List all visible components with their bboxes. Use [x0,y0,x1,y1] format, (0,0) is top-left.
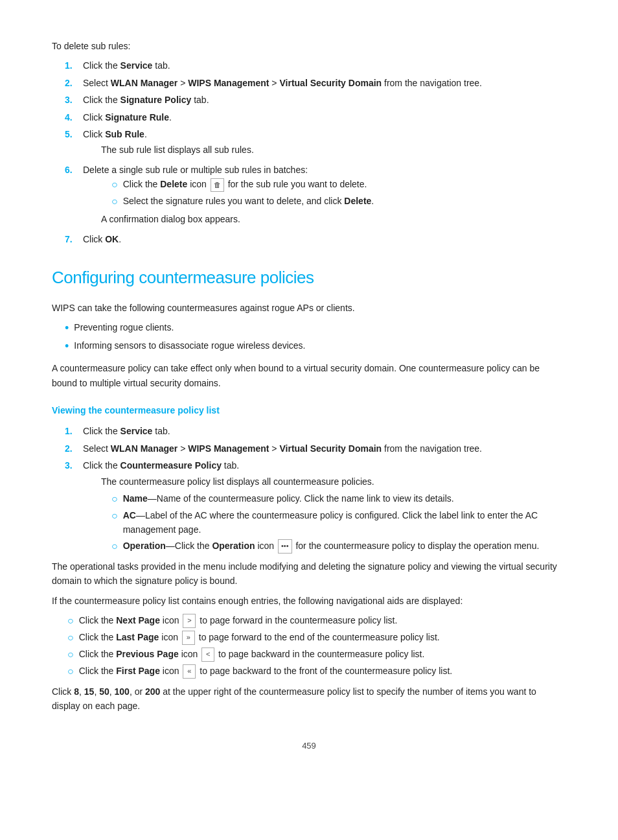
step-5-bold: Sub Rule [105,129,144,139]
step-num-4: 4. [65,110,83,124]
sub-step-3-subtext: The countermeasure policy list displays … [101,474,566,489]
prev-page-bold: Previous Page [116,649,179,659]
para3: Click 8, 15, 50, 100, or 200 at the uppe… [52,684,566,714]
sub-step-2-bold3: Virtual Security Domain [279,443,382,454]
nav-bullet-prev: ○ Click the Previous Page icon < to page… [67,647,566,662]
nav-bullet-dot-last: ○ [67,630,74,646]
delete-bold-2: Delete [344,196,371,206]
num-200: 200 [145,686,160,697]
next-page-bold: Next Page [116,615,160,625]
step-5-content: Click Sub Rule. The sub rule list displa… [83,127,566,160]
step-6-bullet-2-text: Select the signature rules you want to d… [123,194,374,209]
sub-bullet-operation: ○ Operation—Click the Operation icon •••… [111,539,566,554]
first-page-icon: « [183,664,196,679]
sub-step-3-bold: Countermeasure Policy [120,460,222,471]
nav-bullet-last: ○ Click the Last Page icon » to page for… [67,630,566,646]
section-intro: WIPS can take the following countermeasu… [52,301,566,315]
step-6-content: Delete a single sub rule or multiple sub… [83,163,566,229]
nav-bullets-list: ○ Click the Next Page icon > to page for… [67,613,566,679]
intro-lead: To delete sub rules: [52,39,566,53]
subsection-heading: Viewing the countermeasure policy list [52,403,566,417]
step-6-bullet-2: ○ Select the signature rules you want to… [111,194,566,209]
step-7: 7. Click OK. [65,232,566,246]
sub-step-3-content: Click the Countermeasure Policy tab. The… [83,458,566,557]
para1: The operational tasks provided in the me… [52,559,566,589]
step-1: 1. Click the Service tab. [65,58,566,73]
sub-step-2: 2. Select WLAN Manager > WIPS Management… [65,441,566,456]
sub-bullet-operation-text: Operation—Click the Operation icon ••• f… [123,539,540,554]
operation-bold-2: Operation [212,541,255,551]
bullet-item-2: • Informing sensors to disassociate rogu… [65,338,566,355]
ok-bold: OK [105,234,119,244]
step-3: 3. Click the Signature Policy tab. [65,93,566,107]
bullet-item-2-text: Informing sensors to disassociate rogue … [74,338,305,355]
step-num-3: 3. [65,93,83,107]
step-3-content: Click the Signature Policy tab. [83,93,566,107]
step-num-1: 1. [65,58,83,73]
sub-step-1-content: Click the Service tab. [83,424,566,438]
step-2-bold1: WLAN Manager [111,78,177,88]
last-page-bold: Last Page [116,632,159,642]
step-2-bold2: WIPS Management [188,78,269,88]
step-2-bold3: Virtual Security Domain [279,78,382,88]
step-6-bullet-1-text: Click the Delete icon 🗑 for the sub rule… [123,177,367,192]
step-num-5: 5. [65,127,83,160]
sub-step-num-1: 1. [65,424,83,438]
step-6-bullets: ○ Click the Delete icon 🗑 for the sub ru… [111,177,566,209]
last-page-icon: » [182,631,195,645]
sub-step-2-bold1: WLAN Manager [111,443,177,454]
section-bullet-list: • Preventing rogue clients. • Informing … [65,320,566,355]
step-6-bullet-1: ○ Click the Delete icon 🗑 for the sub ru… [111,177,566,192]
prev-page-icon: < [201,648,214,662]
step-4: 4. Click Signature Rule. [65,110,566,124]
operation-icon: ••• [278,539,292,554]
ac-bold: AC [123,510,136,520]
blue-bullet-icon-2: • [65,338,69,355]
bullet-dot-1: ○ [111,177,118,192]
sub-bullet-dot-operation: ○ [111,539,118,554]
step-3-bold: Signature Policy [120,95,192,105]
nav-bullet-first-text: Click the First Page icon « to page back… [79,664,453,679]
sub-bullet-ac: ○ AC—Label of the AC where the counterme… [111,508,566,537]
operation-bold: Operation [123,541,166,551]
para2: If the countermeasure policy list contai… [52,594,566,608]
step-4-bold: Signature Rule [105,112,169,122]
sub-step-3-bullets: ○ Name—Name of the countermeasure policy… [111,491,566,554]
step-num-6: 6. [65,163,83,229]
page: To delete sub rules: 1. Click the Servic… [0,0,618,840]
sub-step-1-bold: Service [120,426,153,436]
nav-bullet-next: ○ Click the Next Page icon > to page for… [67,613,566,629]
step-2-content: Select WLAN Manager > WIPS Management > … [83,76,566,90]
step-6-subtext: A confirmation dialog box appears. [101,212,566,226]
sub-step-2-content: Select WLAN Manager > WIPS Management > … [83,441,566,456]
bullet-item-1-text: Preventing rogue clients. [74,320,174,336]
bullet-dot-2: ○ [111,194,118,209]
delete-icon: 🗑 [211,178,224,192]
page-footer: 459 [52,740,566,753]
sub-bullet-dot-ac: ○ [111,508,118,537]
page-number: 459 [302,741,316,751]
step-1-content: Click the Service tab. [83,58,566,73]
num-100: 100 [115,686,130,697]
name-bold: Name [123,493,148,504]
step-4-content: Click Signature Rule. [83,110,566,124]
sub-step-num-2: 2. [65,441,83,456]
nav-bullet-last-text: Click the Last Page icon » to page forwa… [79,630,440,646]
step-1-bold: Service [120,60,153,71]
nav-bullet-dot-first: ○ [67,664,74,679]
step-7-content: Click OK. [83,232,566,246]
step-5-subtext: The sub rule list displays all sub rules… [101,143,566,157]
nav-bullet-dot-prev: ○ [67,647,74,662]
sub-step-1: 1. Click the Service tab. [65,424,566,438]
sub-step-2-bold2: WIPS Management [188,443,269,454]
sub-bullet-dot-name: ○ [111,491,118,507]
num-50: 50 [99,686,109,697]
first-page-bold: First Page [116,666,160,676]
step-6: 6. Delete a single sub rule or multiple … [65,163,566,229]
nav-bullet-prev-text: Click the Previous Page icon < to page b… [79,647,425,662]
step-num-2: 2. [65,76,83,90]
num-15: 15 [84,686,95,697]
sub-step-num-3: 3. [65,458,83,557]
section-title: Configuring countermeasure policies [52,264,566,292]
nav-bullet-first: ○ Click the First Page icon « to page ba… [67,664,566,679]
